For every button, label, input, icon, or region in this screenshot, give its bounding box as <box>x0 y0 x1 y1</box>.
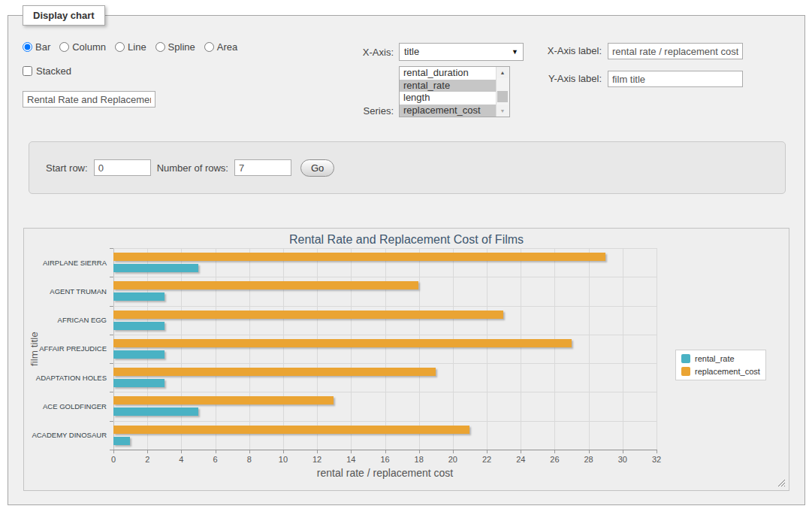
bar-replacement_cost[interactable] <box>113 396 334 404</box>
bar-rental_rate[interactable] <box>113 322 165 330</box>
x-axis-tick <box>419 450 420 453</box>
chart-type-option-bar[interactable]: Bar <box>23 41 50 53</box>
category-label: AIRPLANE SIERRA <box>32 248 107 277</box>
chart-legend: rental_ratereplacement_cost <box>675 350 766 380</box>
category-label: ADAPTATION HOLES <box>32 363 107 392</box>
x-axis-tick-label: 6 <box>213 455 218 464</box>
y-axis-label-input[interactable] <box>608 71 743 87</box>
radio-spline[interactable] <box>155 42 165 52</box>
bar-replacement_cost[interactable] <box>113 426 469 434</box>
bar-rental_rate[interactable] <box>113 264 198 272</box>
bar-rental_rate[interactable] <box>113 292 165 301</box>
x-axis-tick-label: 10 <box>279 455 288 464</box>
scroll-down-icon[interactable]: ▼ <box>497 105 509 117</box>
x-axis-tick-label: 16 <box>380 455 389 464</box>
x-axis-tick-label: 8 <box>247 455 252 464</box>
y-axis-tick <box>110 450 113 450</box>
x-axis-tick <box>317 450 318 453</box>
x-axis-tick <box>521 450 521 453</box>
category-row <box>113 363 657 392</box>
chart-title-input[interactable] <box>23 91 155 108</box>
series-option-replacement_cost[interactable]: replacement_cost <box>400 105 497 117</box>
scrollbar-thumb[interactable] <box>497 91 508 102</box>
bar-replacement_cost[interactable] <box>113 253 605 261</box>
x-axis-tick-label: 12 <box>312 455 321 464</box>
chart-type-group: BarColumnLineSplineArea <box>23 41 243 53</box>
chart-type-option-column[interactable]: Column <box>59 41 106 53</box>
go-button[interactable]: Go <box>300 159 334 177</box>
x-axis-label-label: X-Axis label: <box>527 45 602 56</box>
bar-rental_rate[interactable] <box>113 379 165 387</box>
category-row <box>113 248 657 277</box>
x-axis-tick <box>249 450 250 453</box>
series-option-length[interactable]: length <box>400 92 497 105</box>
start-row-input[interactable] <box>94 159 151 176</box>
fieldset-legend: Display chart <box>23 5 105 26</box>
bar-rental_rate[interactable] <box>113 407 198 416</box>
bar-rental_rate[interactable] <box>113 437 130 445</box>
radio-column[interactable] <box>59 42 69 52</box>
y-axis-category-labels: AIRPLANE SIERRAAGENT TRUMANAFRICAN EGGAF… <box>32 248 107 450</box>
series-option-rental_duration[interactable]: rental_duration <box>400 67 497 80</box>
radio-bar[interactable] <box>23 42 32 52</box>
x-axis-tick-label: 20 <box>448 455 457 464</box>
x-axis-tick <box>181 450 182 453</box>
category-label: ACADEMY DINOSAUR <box>32 421 107 450</box>
legend-label: replacement_cost <box>695 367 760 376</box>
x-axis-selected-value: title <box>404 46 419 57</box>
stacked-checkbox[interactable] <box>23 66 32 76</box>
category-row <box>113 335 657 363</box>
x-axis-tick-label: 28 <box>584 455 593 464</box>
x-axis-tick <box>554 450 555 453</box>
chart-type-option-area[interactable]: Area <box>204 41 237 53</box>
legend-item-replacement_cost[interactable]: replacement_cost <box>681 367 760 376</box>
y-axis-tick <box>110 421 113 422</box>
x-axis-tick <box>351 450 352 453</box>
rows-panel: Start row: Number of rows: Go <box>29 141 786 194</box>
num-rows-input[interactable] <box>234 159 291 176</box>
category-label: ACE GOLDFINGER <box>32 392 107 420</box>
chart-type-option-line[interactable]: Line <box>115 41 146 53</box>
resize-grip-icon[interactable] <box>777 479 785 486</box>
chart-title: Rental Rate and Replacement Cost of Film… <box>24 233 789 247</box>
bar-replacement_cost[interactable] <box>113 311 503 319</box>
bar-rental_rate[interactable] <box>113 350 165 359</box>
scroll-up-icon[interactable]: ▲ <box>497 67 509 78</box>
legend-item-rental_rate[interactable]: rental_rate <box>681 354 760 363</box>
plot-area <box>113 248 657 450</box>
gridline-v <box>657 248 657 450</box>
series-scrollbar[interactable]: ▲ ▼ <box>496 67 509 117</box>
start-row-label: Start row: <box>46 162 88 174</box>
y-axis-tick <box>110 392 113 392</box>
bar-replacement_cost[interactable] <box>113 281 418 289</box>
bar-replacement_cost[interactable] <box>113 368 436 376</box>
stacked-option[interactable]: Stacked <box>23 65 71 77</box>
y-axis-tick <box>110 335 113 335</box>
x-axis-tick <box>283 450 284 453</box>
x-axis-tick <box>147 450 148 453</box>
y-axis-tick <box>110 363 113 364</box>
x-axis-select[interactable]: title ▼ <box>399 43 524 61</box>
x-axis-tick-label: 24 <box>516 455 525 464</box>
x-axis-tick-label: 32 <box>652 455 661 464</box>
bar-replacement_cost[interactable] <box>113 339 572 347</box>
x-axis-tick <box>589 450 590 453</box>
radio-area[interactable] <box>204 42 214 52</box>
x-axis-label-input[interactable] <box>608 43 743 59</box>
series-listbox[interactable]: rental_durationrental_ratelengthreplacem… <box>399 66 510 117</box>
chart-type-option-spline[interactable]: Spline <box>155 41 195 53</box>
category-label: AFFAIR PREJUDICE <box>32 335 107 363</box>
legend-swatch-icon <box>681 367 690 376</box>
x-axis-tick-label: 14 <box>346 455 355 464</box>
chart-type-text: Bar <box>35 41 50 53</box>
chevron-down-icon: ▼ <box>512 44 518 60</box>
x-axis-tick <box>453 450 454 453</box>
series-option-rental_rate[interactable]: rental_rate <box>400 80 497 92</box>
display-chart-fieldset: Display chart BarColumnLineSplineArea St… <box>8 15 805 505</box>
x-axis-tick <box>113 450 114 453</box>
x-axis-tick-label: 22 <box>482 455 491 464</box>
y-axis-label-label: Y-Axis label: <box>527 73 602 84</box>
chart-type-text: Line <box>128 41 146 53</box>
num-rows-label: Number of rows: <box>157 162 228 174</box>
radio-line[interactable] <box>115 42 125 52</box>
